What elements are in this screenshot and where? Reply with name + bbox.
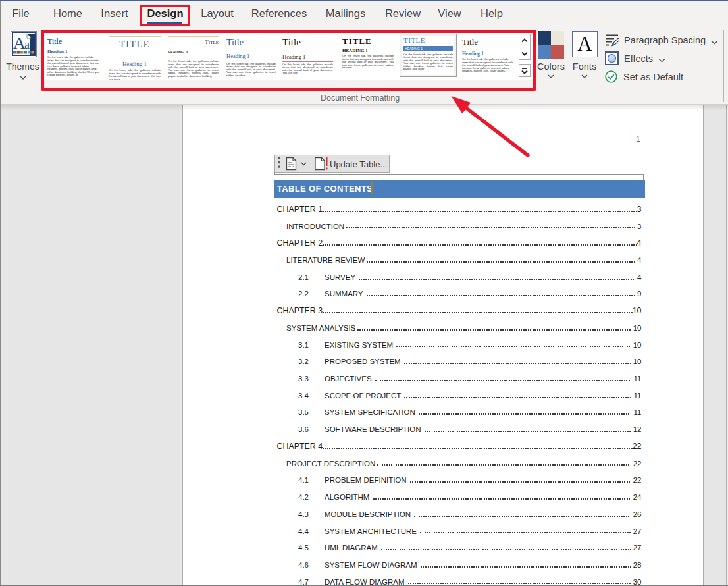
svg-text:a: a (24, 38, 30, 51)
